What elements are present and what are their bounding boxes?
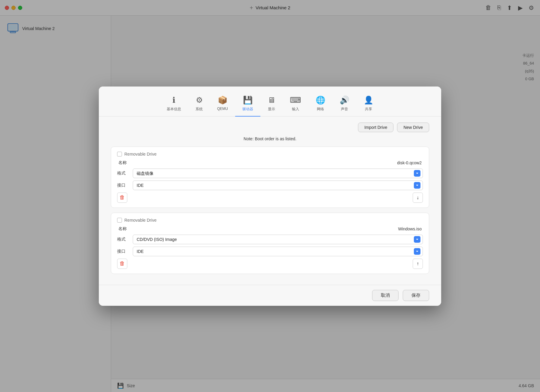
- card-actions-2: 🗑 ↑: [117, 259, 423, 269]
- tab-qemu[interactable]: 📦 QEMU: [210, 93, 235, 117]
- import-drive-button[interactable]: Import Drive: [358, 123, 393, 132]
- format-select-1[interactable]: 磁盘镜像CD/DVD (ISO) ImageRaw Image: [133, 169, 423, 178]
- format-select-wrapper-2: 磁盘镜像CD/DVD (ISO) ImageRaw Image: [133, 235, 423, 244]
- move-arrow-2: ↑: [417, 261, 419, 266]
- interface-row-1: 接口 IDESATAVirtIONVMe: [117, 181, 423, 190]
- drive-card-1: Removable Drive 名称 disk-0.qcow2 格式 磁盘镜像C…: [111, 147, 429, 208]
- modal-body: Import Drive New Drive Note: Boot order …: [99, 117, 441, 285]
- interface-select-wrapper-2: IDESATAVirtIONVMe: [133, 247, 423, 256]
- modal-overlay: ℹ 基本信息 ⚙ 系统 📦 QEMU 💾 驱动器 🖥 显示 ⌨ 输入 🌐 网络 …: [0, 0, 540, 392]
- name-value-1: disk-0.qcow2: [397, 160, 422, 165]
- removable-check-2: Removable Drive: [117, 218, 156, 223]
- removable-check-1: Removable Drive: [117, 152, 156, 156]
- tab-icon-display: 🖥: [268, 96, 275, 105]
- drive-card-header-2: Removable Drive: [117, 218, 423, 223]
- name-label-1: 名称: [118, 160, 127, 166]
- name-value-2: Windows.iso: [398, 226, 422, 231]
- drive-cards-container: Removable Drive 名称 disk-0.qcow2 格式 磁盘镜像C…: [111, 147, 429, 274]
- boot-order-note: Note: Boot order is as listed.: [111, 136, 429, 141]
- tab-icon-sound: 🔊: [340, 96, 349, 105]
- tab-drives[interactable]: 💾 驱动器: [235, 93, 260, 117]
- format-row-1: 格式 磁盘镜像CD/DVD (ISO) ImageRaw Image: [117, 169, 423, 178]
- tab-label-input: 输入: [292, 107, 299, 112]
- card-actions-1: 🗑 ↓: [117, 193, 423, 203]
- tab-icon-system: ⚙: [196, 96, 203, 105]
- drive-name-row-2: 名称 Windows.iso: [117, 226, 423, 232]
- tab-label-qemu: QEMU: [217, 107, 228, 111]
- action-buttons: Import Drive New Drive: [111, 123, 429, 132]
- new-drive-button[interactable]: New Drive: [397, 123, 429, 132]
- trash-icon-2: 🗑: [120, 260, 125, 267]
- interface-select-wrapper-1: IDESATAVirtIONVMe: [133, 181, 423, 190]
- drive-card-2: Removable Drive 名称 Windows.iso 格式 磁盘镜像CD…: [111, 213, 429, 274]
- format-label-2: 格式: [117, 237, 129, 242]
- format-select-wrapper-1: 磁盘镜像CD/DVD (ISO) ImageRaw Image: [133, 169, 423, 178]
- delete-drive-button-1[interactable]: 🗑: [117, 193, 127, 203]
- cancel-button[interactable]: 取消: [372, 290, 399, 301]
- tab-icon-network: 🌐: [316, 96, 325, 105]
- tabs-bar: ℹ 基本信息 ⚙ 系统 📦 QEMU 💾 驱动器 🖥 显示 ⌨ 输入 🌐 网络 …: [99, 87, 441, 117]
- tab-sharing[interactable]: 👤 共享: [356, 93, 381, 117]
- format-label-1: 格式: [117, 171, 129, 176]
- tab-icon-sharing: 👤: [364, 96, 373, 105]
- tab-display[interactable]: 🖥 显示: [260, 93, 283, 117]
- tab-network[interactable]: 🌐 网络: [308, 93, 332, 117]
- interface-label-1: 接口: [117, 183, 129, 188]
- tab-label-system: 系统: [196, 107, 203, 112]
- interface-label-2: 接口: [117, 249, 129, 254]
- tab-system[interactable]: ⚙ 系统: [188, 93, 210, 117]
- save-button[interactable]: 保存: [403, 290, 429, 301]
- tab-label-basic: 基本信息: [167, 107, 181, 112]
- removable-checkbox-2[interactable]: [117, 218, 122, 223]
- tab-label-drives: 驱动器: [242, 107, 253, 112]
- drive-card-header-1: Removable Drive: [117, 152, 423, 156]
- move-arrow-1: ↓: [417, 195, 419, 200]
- tab-label-sharing: 共享: [365, 107, 372, 112]
- move-drive-button-1[interactable]: ↓: [413, 193, 423, 203]
- tab-sound[interactable]: 🔊 声音: [332, 93, 356, 117]
- delete-drive-button-2[interactable]: 🗑: [117, 259, 127, 269]
- removable-label-2: Removable Drive: [124, 218, 156, 223]
- interface-row-2: 接口 IDESATAVirtIONVMe: [117, 247, 423, 256]
- move-drive-button-2[interactable]: ↑: [413, 259, 423, 269]
- tab-icon-input: ⌨: [290, 96, 301, 105]
- interface-select-1[interactable]: IDESATAVirtIONVMe: [133, 181, 423, 190]
- modal-dialog: ℹ 基本信息 ⚙ 系统 📦 QEMU 💾 驱动器 🖥 显示 ⌨ 输入 🌐 网络 …: [99, 87, 441, 306]
- removable-checkbox-1[interactable]: [117, 152, 122, 156]
- drive-name-row-1: 名称 disk-0.qcow2: [117, 160, 423, 166]
- tab-label-sound: 声音: [341, 107, 348, 112]
- tab-basic[interactable]: ℹ 基本信息: [159, 93, 188, 117]
- trash-icon-1: 🗑: [120, 194, 125, 201]
- tab-icon-qemu: 📦: [218, 96, 227, 105]
- tab-input[interactable]: ⌨ 输入: [283, 93, 308, 117]
- format-row-2: 格式 磁盘镜像CD/DVD (ISO) ImageRaw Image: [117, 235, 423, 244]
- name-label-2: 名称: [118, 226, 127, 232]
- removable-label-1: Removable Drive: [124, 152, 156, 156]
- format-select-2[interactable]: 磁盘镜像CD/DVD (ISO) ImageRaw Image: [133, 235, 423, 244]
- tab-label-display: 显示: [268, 107, 275, 112]
- tab-label-network: 网络: [317, 107, 324, 112]
- tab-icon-basic: ℹ: [172, 96, 175, 105]
- tab-icon-drives: 💾: [243, 96, 253, 105]
- modal-footer: 取消 保存: [99, 285, 441, 306]
- interface-select-2[interactable]: IDESATAVirtIONVMe: [133, 247, 423, 256]
